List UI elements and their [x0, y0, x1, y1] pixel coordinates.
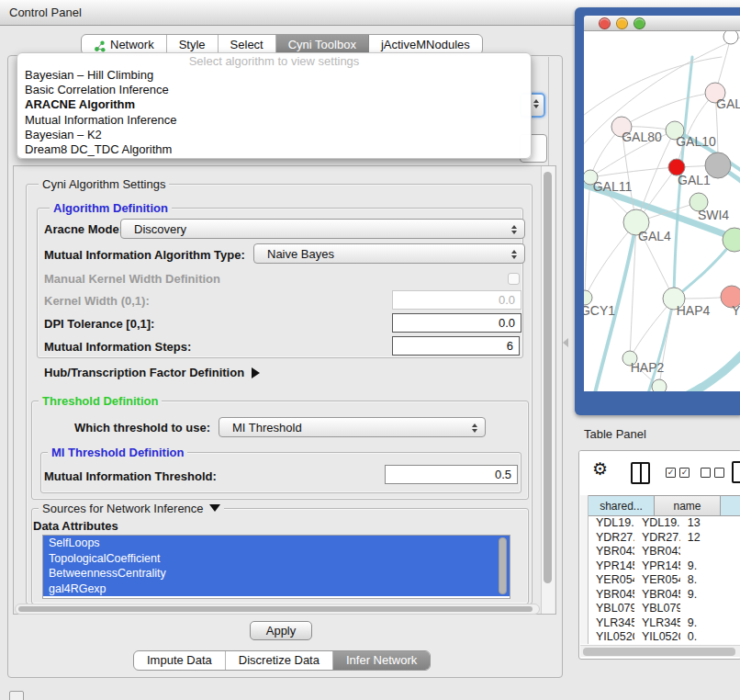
- bottom-tab-bar: Impute Data Discretize Data Infer Networ…: [133, 650, 431, 671]
- network-node[interactable]: [723, 31, 738, 44]
- minimized-panel-icon[interactable]: [9, 691, 24, 700]
- table-row[interactable]: YPR145WYPR145W9.: [589, 559, 740, 574]
- column-header[interactable]: shared...: [589, 495, 655, 516]
- table-cell: 12: [680, 531, 740, 546]
- minimize-traffic-light[interactable]: [616, 17, 628, 29]
- data-attribute-item[interactable]: gal4RGexp: [43, 581, 510, 597]
- panel-title: Control Panel: [9, 6, 82, 19]
- table-cell: YBR043C: [589, 545, 634, 559]
- table-row[interactable]: YDR27...YDR27...12: [589, 531, 740, 546]
- data-attribute-item[interactable]: BetweennessCentrality: [43, 566, 510, 581]
- network-view-window[interactable]: GALGAL80GAL10GAL11GAL1SWI4GAL4GCY1HAP4YH…: [575, 7, 740, 415]
- table-panel-title: Table Panel: [584, 427, 646, 441]
- tab-jactivemnodules[interactable]: jActiveMNodules: [369, 35, 482, 54]
- table-cell: YIL052C: [634, 630, 680, 644]
- table-row[interactable]: YBL079WYBL079W: [589, 602, 740, 616]
- tab-impute-data[interactable]: Impute Data: [134, 651, 226, 670]
- data-attributes-label: Data Attributes: [33, 519, 118, 533]
- data-attribute-item[interactable]: SelfLoops: [43, 536, 510, 551]
- table-cell: YER054C: [634, 573, 680, 588]
- table-cell: 8.: [680, 573, 740, 588]
- horizontal-scrollbar[interactable]: [15, 604, 540, 615]
- aracne-mode-label: Aracne Mode:: [44, 222, 123, 236]
- table-cell: [680, 545, 740, 559]
- tab-discretize-data[interactable]: Discretize Data: [226, 651, 333, 670]
- algorithm-option[interactable]: Bayesian – Hill Climbing: [17, 68, 531, 83]
- collapsed-arrow-icon[interactable]: [252, 367, 260, 378]
- close-traffic-light[interactable]: [599, 17, 611, 29]
- table-row[interactable]: YIL052CYIL052C0.: [589, 630, 740, 644]
- table-horizontal-scrollbar[interactable]: [580, 645, 740, 657]
- combo-spinner-icon: [510, 225, 518, 234]
- algorithm-option[interactable]: ARACNE Algorithm: [17, 97, 531, 112]
- node-label: SWI4: [698, 208, 729, 222]
- vertical-scrollbar-thumb[interactable]: [544, 172, 552, 583]
- table-cell: YPR145W: [634, 559, 680, 574]
- tab-select[interactable]: Select: [219, 35, 276, 54]
- network-edge[interactable]: [679, 355, 740, 391]
- gear-icon[interactable]: ⚙: [592, 458, 608, 480]
- kernel-width-label: Kernel Width (0,1):: [44, 294, 150, 308]
- tab-infer-network[interactable]: Infer Network: [333, 651, 430, 670]
- tab-cyni-toolbox[interactable]: Cyni Toolbox: [276, 35, 369, 54]
- combo-spinner-icon: [533, 99, 540, 108]
- node-label: HAP2: [631, 360, 665, 375]
- table-cell: YLR345W: [589, 616, 634, 631]
- algorithm-option[interactable]: Basic Correlation Inference: [17, 83, 531, 97]
- column-header[interactable]: name: [655, 495, 721, 516]
- network-window-titlebar[interactable]: [584, 16, 740, 31]
- dropdown-prompt: Select algorithm to view settings: [17, 55, 531, 68]
- table-cell: 0.: [680, 630, 740, 644]
- group-title: Cyni Algorithm Settings: [39, 177, 169, 191]
- network-canvas[interactable]: GALGAL80GAL10GAL11GAL1SWI4GAL4GCY1HAP4YH…: [584, 31, 740, 391]
- tab-style[interactable]: Style: [167, 35, 219, 54]
- algorithm-option[interactable]: Mutual Information Inference: [17, 113, 531, 128]
- checked-checkbox-icon[interactable]: ✓: [679, 468, 690, 478]
- splitter-grip-icon[interactable]: [563, 338, 568, 347]
- apply-button[interactable]: Apply: [250, 621, 312, 640]
- mi-steps-field[interactable]: 6: [392, 336, 520, 356]
- node-label: GAL80: [622, 130, 662, 144]
- hub-section-toggle[interactable]: Hub/Transcription Factor Definition: [44, 366, 260, 379]
- table-hscroll-thumb[interactable]: [583, 648, 735, 656]
- zoom-traffic-light[interactable]: [633, 17, 645, 29]
- data-attribute-item[interactable]: TopologicalCoefficient: [43, 551, 510, 567]
- table-cell: YBR045C: [634, 588, 680, 603]
- horizontal-scrollbar-thumb[interactable]: [18, 606, 533, 612]
- expanded-arrow-icon[interactable]: [209, 504, 220, 512]
- which-threshold-combo[interactable]: MI Threshold: [219, 417, 486, 437]
- table-cell: 9.: [680, 588, 740, 603]
- document-icon[interactable]: [732, 461, 740, 483]
- table-row[interactable]: YDL19...YDL19...13: [589, 516, 740, 531]
- mi-threshold-title: MI Threshold Definition: [48, 446, 187, 459]
- table-cell: YBR043C: [634, 545, 680, 559]
- node-label: Y: [732, 303, 740, 318]
- data-attributes-list[interactable]: SelfLoopsTopologicalCoefficientBetweenne…: [42, 535, 510, 599]
- dpi-tolerance-field[interactable]: 0.0: [392, 313, 521, 333]
- sources-toggle[interactable]: Sources for Network Inference: [39, 502, 224, 515]
- unchecked-checkbox-icon[interactable]: [714, 468, 724, 478]
- table-row[interactable]: YER054CYER054C8.: [589, 573, 740, 588]
- mi-steps-label: Mutual Information Steps:: [44, 340, 191, 354]
- mi-threshold-label: Mutual Information Threshold:: [44, 469, 217, 483]
- table-row[interactable]: YLR345WYLR345W9.: [589, 616, 740, 631]
- mi-algorithm-type-combo[interactable]: Naive Bayes: [253, 243, 525, 264]
- algorithm-option[interactable]: Dream8 DC_TDC Algorithm: [17, 142, 531, 157]
- list-scrollbar-thumb[interactable]: [499, 537, 507, 594]
- column-header[interactable]: A: [721, 495, 740, 516]
- network-edge[interactable]: [585, 177, 590, 298]
- table-cell: 9.: [680, 616, 740, 631]
- split-panes-icon[interactable]: [631, 462, 650, 484]
- screen: Control Panel ✕ Network Style Select Cyn…: [0, 0, 740, 700]
- aracne-mode-combo[interactable]: Discovery: [120, 219, 525, 239]
- algorithm-option[interactable]: Bayesian – K2: [17, 128, 531, 142]
- network-node[interactable]: [652, 379, 667, 391]
- checked-checkbox-icon[interactable]: ✓: [666, 468, 676, 478]
- table-body: YDL19...YDL19...13YDR27...YDR27...12YBR0…: [589, 516, 740, 644]
- table-row[interactable]: YBR045CYBR045C9.: [589, 588, 740, 603]
- unchecked-checkbox-icon[interactable]: [701, 468, 711, 478]
- network-edge[interactable]: [648, 299, 674, 391]
- mi-threshold-field[interactable]: 0.5: [385, 465, 518, 484]
- table-row[interactable]: YBR043CYBR043C: [589, 545, 740, 559]
- tab-network[interactable]: Network: [82, 35, 167, 54]
